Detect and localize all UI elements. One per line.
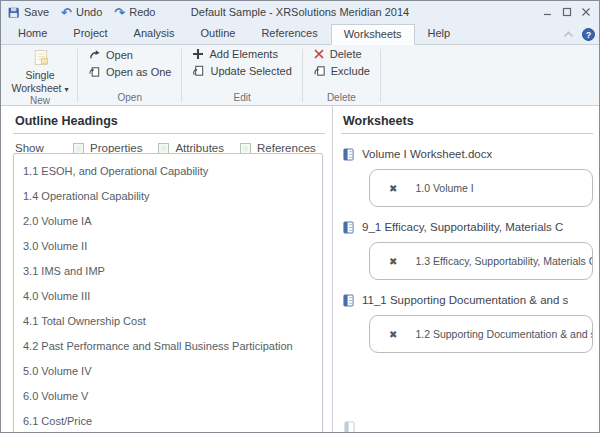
checkbox-icon	[73, 143, 84, 154]
outline-heading-item[interactable]: 6.0 Volume V	[23, 384, 318, 409]
worksheet-item: Volume I Worksheet.docx ✖ 1.0 Volume I	[341, 146, 593, 207]
add-elements-button[interactable]: Add Elements	[188, 47, 295, 61]
collapse-ribbon-chevron-icon[interactable]	[563, 31, 574, 38]
save-label: Save	[24, 6, 49, 18]
delete-button[interactable]: Delete	[309, 47, 374, 61]
ribbon: Single Worksheet ▾ New Open Open as One	[1, 45, 599, 106]
worksheet-file[interactable]: 11_1 Supporting Documentation & and s	[343, 292, 593, 308]
window-controls	[543, 7, 593, 17]
word-doc-icon	[344, 421, 355, 432]
word-doc-icon	[343, 221, 354, 234]
header-divider	[341, 133, 593, 134]
undo-button[interactable]: ↶ Undo	[61, 6, 102, 19]
ribbon-group-delete: Delete Exclude Delete	[303, 46, 380, 105]
outline-heading-item[interactable]: 6.1 Cost/Price	[23, 409, 318, 432]
checkbox-icon	[240, 143, 251, 154]
app-window: Save ↶ Undo ↷ Redo Default Sample - XRSo…	[0, 0, 600, 433]
tab-home[interactable]: Home	[5, 23, 60, 44]
word-doc-icon	[343, 294, 354, 307]
remove-element-icon[interactable]: ✖	[389, 329, 397, 340]
ribbon-group-edit: Add Elements Update Selected Edit	[182, 46, 301, 105]
update-selected-button[interactable]: Update Selected	[188, 63, 295, 78]
group-label-open: Open	[84, 91, 175, 105]
undo-icon: ↶	[61, 6, 72, 19]
header-divider	[13, 133, 325, 134]
element-label: 1.2 Supporting Documentation & and stuff…	[415, 328, 593, 340]
worksheets-panel-title: Worksheets	[343, 114, 593, 128]
tab-analysis[interactable]: Analysis	[121, 23, 188, 44]
single-worksheet-label: Single Worksheet ▾	[9, 69, 71, 94]
ribbon-group-new: Single Worksheet ▾ New	[3, 46, 77, 105]
outline-heading-item[interactable]: 3.0 Volume II	[23, 234, 318, 259]
save-button[interactable]: Save	[7, 6, 49, 19]
ribbon-group-open: Open Open as One Open	[78, 46, 181, 105]
quick-access-toolbar: Save ↶ Undo ↷ Redo	[7, 6, 155, 19]
remove-element-icon[interactable]: ✖	[389, 256, 397, 267]
worksheet-item: 9_1 Efficacy, Supportability, Materials …	[341, 219, 593, 280]
outline-headings-panel: Outline Headings Show Properties Attribu…	[1, 106, 332, 432]
worksheet-filename: Volume I Worksheet.docx	[362, 148, 492, 160]
undo-label: Undo	[76, 6, 102, 18]
open-as-one-button[interactable]: Open as One	[84, 64, 175, 79]
checkbox-icon	[158, 143, 169, 154]
dropdown-caret-icon: ▾	[64, 85, 68, 94]
worksheet-file[interactable]: Volume I Worksheet.docx	[343, 146, 593, 162]
ribbon-tab-bar: Home Project Analysis Outline References…	[1, 23, 599, 45]
open-as-one-icon	[88, 65, 101, 78]
redo-icon: ↷	[114, 6, 125, 19]
tab-bar-tools: ?	[563, 28, 595, 44]
word-doc-icon	[343, 148, 354, 161]
help-icon[interactable]: ?	[582, 28, 595, 41]
maximize-button[interactable]	[562, 7, 572, 17]
minimize-button[interactable]	[543, 7, 553, 17]
close-button[interactable]	[581, 7, 591, 17]
redo-label: Redo	[129, 6, 155, 18]
add-elements-plus-icon	[192, 48, 204, 60]
outline-heading-item[interactable]: 1.4 Operational Capability	[23, 184, 318, 209]
outline-heading-item[interactable]: 4.0 Volume III	[23, 284, 318, 309]
exclude-button[interactable]: Exclude	[309, 63, 374, 78]
worksheets-panel: Worksheets Volume I Worksheet.docx ✖ 1.0…	[333, 106, 599, 432]
update-selected-icon	[192, 64, 205, 77]
outline-heading-item[interactable]: 3.1 IMS and IMP	[23, 259, 318, 284]
worksheet-element-box[interactable]: ✖ 1.0 Volume I	[369, 169, 593, 207]
worksheet-element-box[interactable]: ✖ 1.3 Efficacy, Supportability, Material…	[369, 242, 593, 280]
delete-x-icon	[313, 48, 325, 60]
single-worksheet-button[interactable]: Single Worksheet ▾	[9, 47, 71, 94]
outline-heading-item[interactable]: 4.1 Total Ownership Cost	[23, 309, 318, 334]
worksheet-file[interactable]: 9_1 Efficacy, Supportability, Materials …	[343, 219, 593, 235]
open-icon	[88, 48, 101, 61]
element-label: 1.3 Efficacy, Supportability, Materials …	[415, 255, 593, 267]
tab-worksheets[interactable]: Worksheets	[331, 24, 415, 45]
new-worksheet-icon	[30, 48, 51, 69]
group-label-edit: Edit	[188, 91, 295, 105]
outline-headings-list: 1.1 ESOH, and Operational Capability 1.4…	[13, 153, 323, 432]
group-label-delete: Delete	[309, 91, 374, 105]
ribbon-group-divider	[380, 49, 381, 102]
outline-panel-title: Outline Headings	[15, 114, 332, 128]
worksheet-item: 11_1 Supporting Documentation & and s ✖ …	[341, 292, 593, 353]
worksheet-filename: 9_1 Efficacy, Supportability, Materials …	[362, 221, 563, 233]
outline-heading-item[interactable]: 1.1 ESOH, and Operational Capability	[23, 159, 318, 184]
remove-element-icon[interactable]: ✖	[389, 183, 397, 194]
outline-heading-item[interactable]: 4.2 Past Performance and Small Business …	[23, 334, 318, 359]
tab-references[interactable]: References	[248, 23, 330, 44]
main-area: Outline Headings Show Properties Attribu…	[1, 106, 599, 432]
outline-heading-item[interactable]: 2.0 Volume IA	[23, 209, 318, 234]
outline-heading-item[interactable]: 5.0 Volume IV	[23, 359, 318, 384]
worksheet-element-box[interactable]: ✖ 1.2 Supporting Documentation & and stu…	[369, 315, 593, 353]
title-bar: Save ↶ Undo ↷ Redo Default Sample - XRSo…	[1, 1, 599, 23]
exclude-icon	[313, 64, 326, 77]
worksheet-filename: 11_1 Supporting Documentation & and s	[362, 294, 568, 306]
save-icon	[7, 6, 20, 19]
redo-button[interactable]: ↷ Redo	[114, 6, 155, 19]
element-label: 1.0 Volume I	[415, 182, 473, 194]
tab-help[interactable]: Help	[415, 23, 464, 44]
tab-outline[interactable]: Outline	[188, 23, 249, 44]
open-button[interactable]: Open	[84, 47, 175, 62]
tab-project[interactable]: Project	[60, 23, 120, 44]
